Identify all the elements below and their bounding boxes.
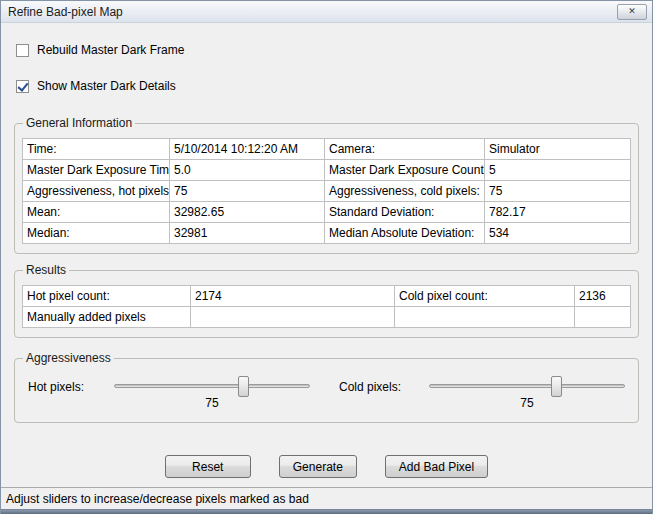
dialog-client-area: Rebuild Master Dark Frame Show Master Da… bbox=[1, 23, 652, 487]
cell-value: 75 bbox=[170, 181, 325, 202]
cell-label: Standard Deviation: bbox=[325, 202, 485, 223]
dialog-window: Refine Bad-pixel Map ✕ Rebuild Master Da… bbox=[0, 0, 653, 514]
general-information-group: General Information Time: 5/10/2014 10:1… bbox=[14, 123, 639, 254]
cell-label: Median Absolute Deviation: bbox=[325, 223, 485, 244]
table-row: Mean: 32982.65 Standard Deviation: 782.1… bbox=[23, 202, 631, 223]
rebuild-checkbox-row[interactable]: Rebuild Master Dark Frame bbox=[16, 43, 639, 57]
cell-value: 75 bbox=[485, 181, 631, 202]
cell-label: Cold pixel count: bbox=[395, 286, 575, 307]
table-row: Aggressiveness, hot pixels: 75 Aggressiv… bbox=[23, 181, 631, 202]
cell-value: 782.17 bbox=[485, 202, 631, 223]
cell-value: 2174 bbox=[191, 286, 395, 307]
cell-value: 2136 bbox=[575, 286, 631, 307]
hot-pixels-label: Hot pixels: bbox=[28, 375, 114, 410]
table-row: Hot pixel count: 2174 Cold pixel count: … bbox=[23, 286, 631, 307]
hot-pixels-slider-group: Hot pixels: 75 bbox=[28, 375, 310, 410]
show-details-checkbox[interactable] bbox=[16, 80, 29, 93]
cell-label: Aggressiveness, cold pixels: bbox=[325, 181, 485, 202]
window-frame-bottom bbox=[1, 509, 652, 514]
table-row: Median: 32981 Median Absolute Deviation:… bbox=[23, 223, 631, 244]
window-title: Refine Bad-pixel Map bbox=[8, 5, 617, 19]
cell-value: 32981 bbox=[170, 223, 325, 244]
show-details-checkbox-row[interactable]: Show Master Dark Details bbox=[16, 79, 639, 93]
cold-pixels-label: Cold pixels: bbox=[339, 375, 429, 410]
hot-pixels-slider-thumb[interactable] bbox=[238, 376, 249, 397]
generate-button[interactable]: Generate bbox=[279, 455, 357, 478]
cell-value bbox=[191, 307, 395, 328]
results-title: Results bbox=[23, 263, 69, 277]
cold-pixels-slider-group: Cold pixels: 75 bbox=[339, 375, 625, 410]
cell-value: 5 bbox=[485, 160, 631, 181]
cold-pixels-value: 75 bbox=[429, 396, 625, 410]
rebuild-checkbox-label: Rebuild Master Dark Frame bbox=[37, 43, 184, 57]
hot-pixels-slider-track[interactable] bbox=[114, 384, 310, 388]
cell-label: Mean: bbox=[23, 202, 170, 223]
rebuild-checkbox[interactable] bbox=[16, 44, 29, 57]
reset-button[interactable]: Reset bbox=[165, 455, 251, 478]
show-details-checkbox-label: Show Master Dark Details bbox=[37, 79, 176, 93]
cell-label: Hot pixel count: bbox=[23, 286, 191, 307]
cell-label bbox=[395, 307, 575, 328]
add-bad-pixel-button[interactable]: Add Bad Pixel bbox=[385, 455, 488, 478]
results-table: Hot pixel count: 2174 Cold pixel count: … bbox=[22, 285, 631, 328]
cell-value bbox=[575, 307, 631, 328]
general-information-title: General Information bbox=[23, 116, 135, 130]
aggressiveness-title: Aggressiveness bbox=[23, 351, 114, 365]
cell-label: Aggressiveness, hot pixels: bbox=[23, 181, 170, 202]
status-bar: Adjust sliders to increase/decrease pixe… bbox=[1, 487, 652, 509]
cell-label: Time: bbox=[23, 139, 170, 160]
status-text: Adjust sliders to increase/decrease pixe… bbox=[6, 492, 309, 506]
hot-pixels-value: 75 bbox=[114, 396, 310, 410]
results-group: Results Hot pixel count: 2174 Cold pixel… bbox=[14, 270, 639, 338]
cell-label: Master Dark Exposure Time: bbox=[23, 160, 170, 181]
close-icon: ✕ bbox=[628, 7, 636, 16]
table-row: Manually added pixels bbox=[23, 307, 631, 328]
cell-label: Manually added pixels bbox=[23, 307, 191, 328]
cell-value: 5.0 bbox=[170, 160, 325, 181]
cell-label: Camera: bbox=[325, 139, 485, 160]
cell-value: 5/10/2014 10:12:20 AM bbox=[170, 139, 325, 160]
title-bar[interactable]: Refine Bad-pixel Map ✕ bbox=[1, 1, 652, 23]
dialog-button-row: Reset Generate Add Bad Pixel bbox=[14, 455, 639, 478]
table-row: Time: 5/10/2014 10:12:20 AM Camera: Simu… bbox=[23, 139, 631, 160]
cell-label: Median: bbox=[23, 223, 170, 244]
cold-pixels-slider-thumb[interactable] bbox=[551, 376, 562, 397]
cell-value: 534 bbox=[485, 223, 631, 244]
cell-label: Master Dark Exposure Count: bbox=[325, 160, 485, 181]
cold-pixels-slider-track[interactable] bbox=[429, 384, 625, 388]
general-information-table: Time: 5/10/2014 10:12:20 AM Camera: Simu… bbox=[22, 138, 631, 244]
table-row: Master Dark Exposure Time: 5.0 Master Da… bbox=[23, 160, 631, 181]
cell-value: Simulator bbox=[485, 139, 631, 160]
cell-value: 32982.65 bbox=[170, 202, 325, 223]
aggressiveness-group: Aggressiveness Hot pixels: 75 Cold pixel… bbox=[14, 358, 639, 423]
close-button[interactable]: ✕ bbox=[617, 4, 647, 20]
